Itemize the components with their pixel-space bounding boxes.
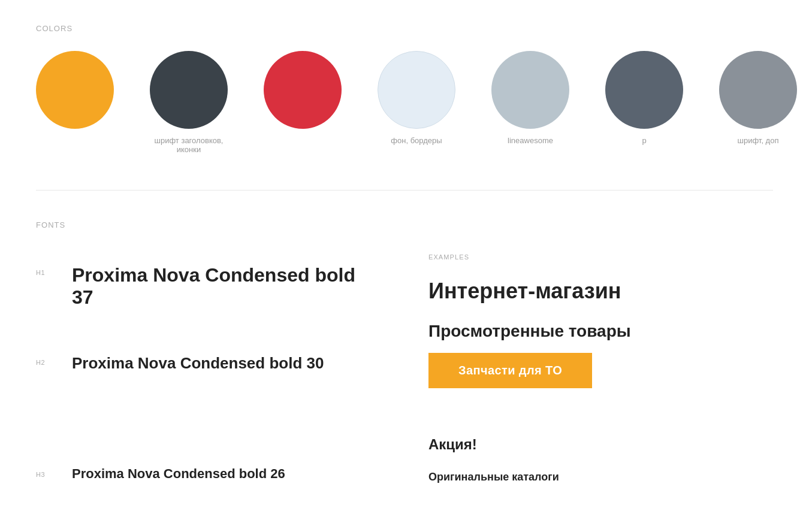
example-button-wrapper: Запчасти для ТО [428, 353, 773, 412]
color-item-silver: lineawesome [491, 51, 569, 145]
color-item-dark-gray: шрифт заголовков, иконки [150, 51, 228, 154]
color-item-red [264, 51, 342, 136]
fonts-right: EXAMPLES Интернет-магазин Просмотренные … [416, 247, 773, 532]
example-h1-text: Интернет-магазин [428, 279, 773, 304]
color-circle-gray [719, 51, 797, 129]
fonts-left: H1 Proxima Nova Condensed bold 37 H2 Pro… [36, 247, 416, 532]
color-circle-silver [491, 51, 569, 129]
color-label-gray: шрифт, доп [738, 136, 779, 145]
color-label-silver: lineawesome [508, 136, 553, 145]
color-circle-yellow [36, 51, 114, 129]
colors-title: COLORS [36, 24, 773, 33]
color-circle-medium-gray [605, 51, 683, 129]
font-row-h3: H3 Proxima Nova Condensed bold 26 [36, 449, 381, 498]
font-row-h4: H4 Proxima Nova Condensed bold 20 [36, 522, 381, 532]
h3-spec: Proxima Nova Condensed bold 26 [72, 466, 285, 482]
h1-label: H1 [36, 265, 72, 276]
color-circle-light-blue [378, 51, 455, 129]
colors-row: шрифт заголовков, иконки фон, бордеры li… [36, 51, 773, 154]
color-item-medium-gray: р [605, 51, 683, 145]
h2-label: H2 [36, 355, 72, 366]
color-label-dark-gray: шрифт заголовков, иконки [150, 136, 228, 154]
font-row-h2: H2 Proxima Nova Condensed bold 30 [36, 337, 381, 389]
color-item-yellow [36, 51, 114, 136]
color-item-light-blue: фон, бордеры [378, 51, 455, 145]
colors-section: COLORS шрифт заголовков, иконки фон, бор… [36, 12, 773, 178]
h3-label: H3 [36, 467, 72, 478]
h1-spec: Proxima Nova Condensed bold 37 [72, 264, 381, 309]
example-h2-text: Просмотренные товары [428, 322, 773, 341]
example-h3-text: Акция! [428, 436, 773, 453]
color-label-light-blue: фон, бордеры [391, 136, 442, 145]
examples-section: EXAMPLES Интернет-магазин Просмотренные … [428, 247, 773, 483]
color-circle-dark-gray [150, 51, 228, 129]
color-item-gray: шрифт, доп [719, 51, 797, 145]
example-h4-text: Оригинальные каталоги [428, 471, 773, 483]
font-row-h1: H1 Proxima Nova Condensed bold 37 [36, 247, 381, 325]
fonts-layout: H1 Proxima Nova Condensed bold 37 H2 Pro… [36, 247, 773, 532]
example-button[interactable]: Запчасти для ТО [428, 353, 592, 388]
color-label-medium-gray: р [642, 136, 646, 145]
fonts-section: FONTS H1 Proxima Nova Condensed bold 37 … [36, 214, 773, 532]
fonts-title: FONTS [36, 220, 773, 229]
examples-title: EXAMPLES [428, 253, 773, 261]
font-rows-container: H1 Proxima Nova Condensed bold 37 H2 Pro… [36, 247, 381, 532]
h2-spec: Proxima Nova Condensed bold 30 [72, 354, 324, 373]
color-circle-red [264, 51, 342, 129]
section-divider [36, 190, 773, 191]
